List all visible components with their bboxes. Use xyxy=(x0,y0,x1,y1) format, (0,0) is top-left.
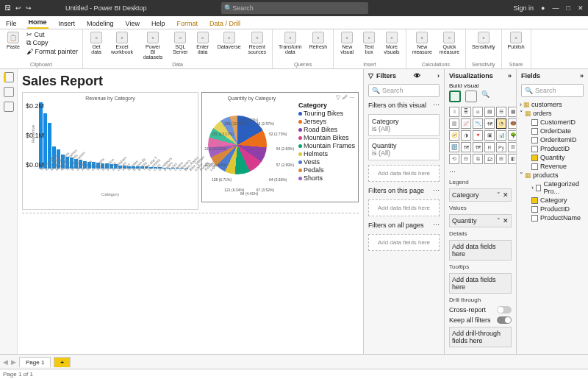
viz-type-icon[interactable]: ☰ xyxy=(496,107,506,117)
viz-type-icon[interactable]: 🔻 xyxy=(473,130,483,141)
enter-data-button[interactable]: ▫Enterdata xyxy=(194,31,212,55)
filters-search[interactable]: 🔍Search xyxy=(368,84,440,97)
viz-type-icon[interactable]: 📊 xyxy=(496,130,506,141)
viz-type-icon[interactable]: 🗠 xyxy=(484,154,495,164)
close-button[interactable]: ✕ xyxy=(578,4,584,12)
more-icon[interactable]: ⋯ xyxy=(433,187,440,194)
tab-home[interactable]: Home xyxy=(27,17,49,29)
new-measure-button[interactable]: ▫Newmeasure xyxy=(411,31,434,55)
viz-type-icon[interactable]: ▣ xyxy=(484,130,495,141)
details-well[interactable]: Add data fields here xyxy=(449,240,512,261)
field-orderitemid[interactable]: OrderItemID xyxy=(520,135,585,144)
filter-card[interactable]: Categoryis (All) xyxy=(368,114,440,136)
viz-type-icon[interactable]: ⧈ xyxy=(473,107,483,117)
values-well[interactable]: Quantity˅ ✕ xyxy=(449,214,512,227)
visual-header-icons[interactable]: ▽ 🖉 ⋯ xyxy=(336,94,355,101)
data-view-icon[interactable] xyxy=(4,87,14,97)
quick-measure-button[interactable]: ▫Quickmeasure xyxy=(438,31,461,55)
sql-server-button[interactable]: ▫SQLServer xyxy=(171,31,190,55)
excel-workbook-button[interactable]: ▫Excelworkbook xyxy=(110,31,135,55)
viz-type-icon[interactable]: 🧭 xyxy=(449,130,459,141)
field-categorized pro...[interactable]: › Categorized Pro... xyxy=(520,180,585,196)
filters-eye-icon[interactable]: 👁 xyxy=(414,72,420,79)
checkbox[interactable] xyxy=(531,128,538,135)
more-icon[interactable]: ⋯ xyxy=(433,222,440,229)
field-quantity[interactable]: Quantity xyxy=(520,153,585,162)
new-visual-button[interactable]: ▫Newvisual xyxy=(338,31,356,55)
fields-collapse-icon[interactable]: » xyxy=(580,72,584,79)
viz-type-icon[interactable]: 🗺 xyxy=(484,118,495,129)
field-category[interactable]: Category xyxy=(520,196,585,205)
viz-type-icon[interactable]: 🗺 xyxy=(461,142,471,152)
save-icon[interactable]: 🖫 xyxy=(4,4,11,12)
format-painter-button[interactable]: 🖌 Format painter xyxy=(26,48,78,55)
viz-type-icon[interactable]: 🗺 xyxy=(473,142,483,152)
checkbox[interactable] xyxy=(531,215,538,222)
maximize-button[interactable]: □ xyxy=(567,4,570,12)
viz-type-icon[interactable]: ▤ xyxy=(484,107,495,117)
checkbox[interactable] xyxy=(531,137,538,144)
paste-button[interactable]: 📋Paste xyxy=(4,31,22,50)
report-view-icon[interactable] xyxy=(4,72,14,82)
viz-type-icon[interactable]: ◔ xyxy=(496,118,506,129)
page-nav-next[interactable]: ▶ xyxy=(11,358,16,366)
tab-view[interactable]: View xyxy=(124,18,141,29)
checkbox[interactable] xyxy=(531,155,538,161)
fields-search[interactable]: 🔍Search xyxy=(521,84,584,97)
more-icon[interactable]: ⋯ xyxy=(433,102,440,109)
text-box-button[interactable]: ▫Textbox xyxy=(360,31,378,55)
viz-type-icon[interactable]: 📉 xyxy=(473,118,483,129)
viz-collapse-icon[interactable]: » xyxy=(508,72,512,79)
format-visual-tab-icon[interactable] xyxy=(465,91,477,102)
page-nav-prev[interactable]: ◀ xyxy=(3,358,8,366)
viz-type-icon[interactable]: ⊞ xyxy=(496,154,506,164)
tab-modeling[interactable]: Modeling xyxy=(85,18,115,29)
drill-through-well[interactable]: Add drill-through fields here xyxy=(449,327,512,347)
field-productid[interactable]: ProductID xyxy=(520,205,585,213)
viz-type-icon[interactable]: ◑ xyxy=(461,130,471,141)
bar-chart-visual[interactable]: Revenue by Category $0.2M$0.1M$0.0M Tour… xyxy=(22,92,198,210)
sensitivity-button[interactable]: ▫Sensitivity xyxy=(470,31,497,50)
viz-type-icon[interactable]: ⧉ xyxy=(473,154,483,164)
report-canvas[interactable]: Sales Report Revenue by Category $0.2M$0… xyxy=(18,69,363,354)
filters-visual-add[interactable]: Add data fields here xyxy=(368,165,440,182)
add-page-button[interactable]: + xyxy=(54,357,71,367)
cross-report-toggle[interactable] xyxy=(497,306,512,314)
filters-all-add[interactable]: Add data fields here xyxy=(368,234,440,251)
get-data-button[interactable]: ▫Getdata xyxy=(87,31,105,55)
checkbox[interactable] xyxy=(531,119,538,126)
publish-button[interactable]: ▫Publish xyxy=(506,31,526,50)
power-bi-datasets-button[interactable]: ▫PowerBI datasets xyxy=(139,31,167,60)
redo-icon[interactable]: ↪ xyxy=(26,4,32,12)
filter-card[interactable]: Quantityis (All) xyxy=(368,138,440,160)
model-view-icon[interactable] xyxy=(4,102,14,112)
tab-data-drill[interactable]: Data / Drill xyxy=(208,18,242,29)
minimize-button[interactable]: — xyxy=(553,4,559,12)
pie-chart-visual[interactable]: ▽ 🖉 ⋯ Quantity by Category 47 (2.47%)49 … xyxy=(201,92,359,202)
viz-type-icon[interactable]: ▥ xyxy=(449,118,459,129)
cut-button[interactable]: ✂ Cut xyxy=(26,31,78,38)
more-visuals-icon[interactable]: ⋯ xyxy=(445,167,516,177)
undo-icon[interactable]: ↩ xyxy=(15,4,21,12)
viz-type-icon[interactable]: ⊟ xyxy=(461,154,471,164)
more-visuals-button[interactable]: ▫Morevisuals xyxy=(382,31,401,55)
viz-type-icon[interactable]: Py xyxy=(496,142,506,152)
recent-sources-button[interactable]: ▫Recentsources xyxy=(247,31,268,55)
sign-in-link[interactable]: Sign in xyxy=(514,4,534,12)
table-orders[interactable]: ˅▦orders xyxy=(520,109,585,118)
table-products[interactable]: ˅▦products xyxy=(520,171,585,180)
viz-type-icon[interactable]: ⫴ xyxy=(449,107,459,117)
legend-well[interactable]: Category˅ ✕ xyxy=(449,188,512,202)
viz-type-icon[interactable]: R xyxy=(484,142,495,152)
tab-format[interactable]: Format xyxy=(175,18,199,29)
field-productid[interactable]: ProductID xyxy=(520,144,585,153)
filters-page-add[interactable]: Add data fields here xyxy=(368,199,440,216)
page-tab[interactable]: Page 1 xyxy=(19,357,51,367)
tab-file[interactable]: File xyxy=(4,18,18,29)
checkbox[interactable] xyxy=(531,206,538,213)
avatar-icon[interactable]: ● xyxy=(541,4,545,12)
checkbox[interactable] xyxy=(531,163,538,170)
dataverse-button[interactable]: ▫Dataverse xyxy=(216,31,243,50)
viz-type-icon[interactable]: 📈 xyxy=(461,118,471,129)
field-orderdate[interactable]: OrderDate xyxy=(520,127,585,135)
